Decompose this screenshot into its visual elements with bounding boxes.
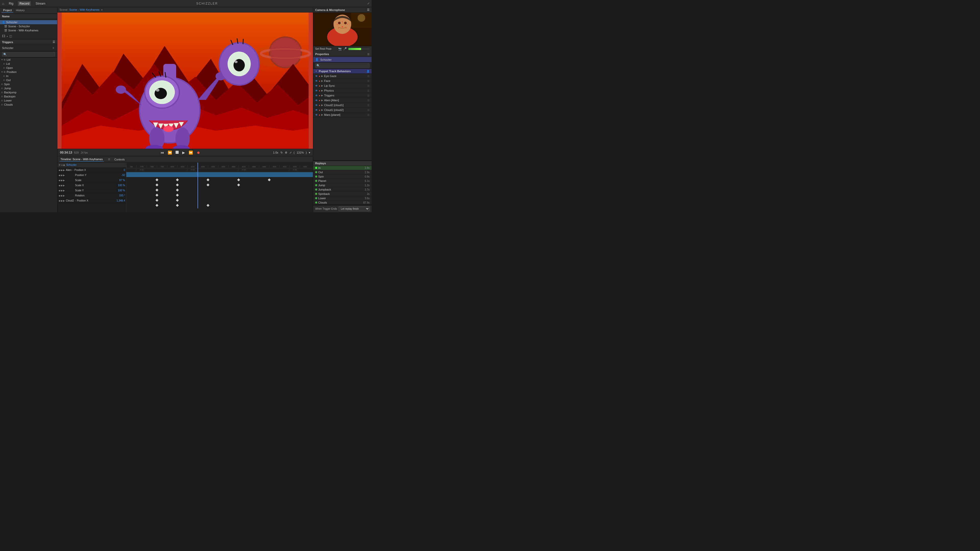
vis-icon-6[interactable]: ◀ xyxy=(59,194,60,197)
rec-icon-face[interactable]: ● xyxy=(319,79,320,83)
keyframe[interactable] xyxy=(176,204,179,206)
zoom-chevron-icon[interactable]: ▾ xyxy=(309,151,310,154)
play-loop-button[interactable]: ⏩ xyxy=(188,150,194,155)
trigger-search-input[interactable] xyxy=(2,52,55,57)
vis-icon-5[interactable]: ◀ xyxy=(59,189,60,192)
keyframe[interactable] xyxy=(176,194,179,197)
vis-icon-lipsync[interactable]: 👁 xyxy=(315,84,318,87)
nav-record[interactable]: Record xyxy=(18,1,31,6)
tab-controls[interactable]: Controls xyxy=(113,157,126,162)
replay-spinback[interactable]: Spinback 2s xyxy=(313,192,372,196)
behavior-menu-cloud1[interactable]: ☰ xyxy=(367,109,369,111)
scene-menu-icon[interactable]: ≡ xyxy=(101,8,103,11)
camera-menu-icon[interactable]: ☰ xyxy=(367,8,369,11)
vis-icon-2[interactable]: ◀ xyxy=(59,174,60,176)
fwd-icon-5[interactable]: ▶ xyxy=(63,189,65,192)
replay-jump[interactable]: Jump 1.2s xyxy=(313,183,372,187)
rec-icon[interactable]: ● xyxy=(61,164,62,166)
behavior-physics[interactable]: 👁 ● ▶ Physics ☰ xyxy=(313,88,372,93)
scene-name[interactable]: Scene - With Keyframes xyxy=(69,8,100,11)
expand-eyegaze[interactable]: ▶ xyxy=(321,75,323,77)
rec-icon-physics[interactable]: ● xyxy=(319,89,320,92)
trigger-position-group[interactable]: ▼ ⊞ Position xyxy=(0,70,57,74)
layers-icon[interactable]: ◫ xyxy=(9,35,12,38)
replay-clouds[interactable]: Clouds 87.9s xyxy=(313,200,372,205)
key-icon-5[interactable]: ◆ xyxy=(61,189,62,192)
expand-face[interactable]: ▶ xyxy=(321,79,323,82)
tab-history[interactable]: History xyxy=(14,8,26,13)
vis-icon-eyegaze[interactable]: 👁 xyxy=(315,75,318,78)
expand-mars[interactable]: ▶ xyxy=(321,114,323,116)
trigger-lower[interactable]: ⊙ Lower xyxy=(0,98,57,103)
behavior-triggers[interactable]: 👁 ● ▶ Triggers ☰ xyxy=(313,93,372,98)
keyframe[interactable] xyxy=(156,183,158,186)
properties-search-input[interactable] xyxy=(315,63,369,68)
behavior-menu-triggers[interactable]: ☰ xyxy=(367,94,369,97)
vis-icon-alien[interactable]: 👁 xyxy=(315,99,318,102)
triggers-menu-icon[interactable]: ☰ xyxy=(52,40,55,44)
key-icon-7[interactable]: ◆ xyxy=(61,200,62,202)
fwd-icon-7[interactable]: ▶ xyxy=(63,200,65,202)
fwd-icon-6[interactable]: ▶ xyxy=(63,194,65,197)
keyframe[interactable] xyxy=(237,178,240,181)
rec-icon-alien[interactable]: ● xyxy=(319,99,320,102)
vis-icon[interactable]: ◀ xyxy=(59,169,60,171)
square-icon[interactable]: ▪ xyxy=(6,35,8,38)
trigger-ends-select[interactable]: Let replay finish Stop immediately Loop xyxy=(339,206,369,211)
rec-icon-eyegaze[interactable]: ● xyxy=(319,75,320,78)
trigger-in[interactable]: ⊙ In xyxy=(0,74,57,78)
trigger-lid-handle[interactable]: ⊙ Lid xyxy=(0,62,57,66)
playhead[interactable] xyxy=(197,162,198,208)
keyframe[interactable] xyxy=(207,183,209,186)
keyframe[interactable] xyxy=(268,178,270,181)
replay-spin[interactable]: Spin 0.9s xyxy=(313,175,372,179)
behavior-lipsync[interactable]: 👁 ● ▶ Lip Sync ☰ xyxy=(313,83,372,88)
keyframe[interactable] xyxy=(176,199,179,202)
cycle-icon[interactable]: ↻ xyxy=(280,151,283,154)
tab-project[interactable]: Project xyxy=(2,8,13,13)
behavior-menu-lipsync[interactable]: ☰ xyxy=(367,84,369,87)
keyframe[interactable] xyxy=(207,178,209,181)
keyframe[interactable] xyxy=(237,183,240,186)
keyframe[interactable] xyxy=(156,204,158,206)
preview-canvas[interactable] xyxy=(57,13,313,149)
vis-icon-mars[interactable]: 👁 xyxy=(315,114,318,116)
stop-button[interactable] xyxy=(175,150,180,155)
fwd-icon-4[interactable]: ▶ xyxy=(63,184,65,187)
behavior-menu-cloud2[interactable]: ☰ xyxy=(367,104,369,106)
behavior-menu-face[interactable]: ☰ xyxy=(367,79,369,83)
vis-icon-face[interactable]: 👁 xyxy=(315,79,318,83)
expand-alien[interactable]: ▶ xyxy=(321,99,323,102)
trigger-backjump[interactable]: ⊙ Backjump xyxy=(0,90,57,94)
tab-timeline[interactable]: Timeline: Scene - With Keyframes xyxy=(59,157,104,162)
puppet-selector[interactable]: 👤 Schizzler xyxy=(313,57,372,62)
window-icon[interactable]: ⤢ xyxy=(367,2,369,5)
vis-icon-cloud1[interactable]: 👁 xyxy=(315,109,318,111)
timeline-settings-icon[interactable]: ☰ xyxy=(108,158,110,161)
expand-cloud1[interactable]: ▶ xyxy=(321,109,323,111)
rec-icon-cloud2[interactable]: ● xyxy=(319,104,320,106)
behavior-eye-gaze[interactable]: 👁 ● ▶ Eye Gaze ☰ xyxy=(313,74,372,79)
trigger-clouds[interactable]: ⊙ Clouds xyxy=(0,103,57,106)
trigger-spin[interactable]: ⊙ Spin xyxy=(0,82,57,86)
keyframe[interactable] xyxy=(156,189,158,191)
timeline-group-schizzler[interactable]: 👁 ● ◉ Schizzler xyxy=(57,162,126,168)
vis-icon-4[interactable]: ◀ xyxy=(59,184,60,187)
key-icon-3[interactable]: ◆ xyxy=(61,179,62,182)
tree-item-scene-schizzler[interactable]: 🎬 Scene - Schizzler xyxy=(0,24,57,28)
replay-jumpback[interactable]: Jumpback 3.7s xyxy=(313,187,372,192)
rec-icon-triggers[interactable]: ● xyxy=(319,94,320,97)
rec-icon-cloud1[interactable]: ● xyxy=(319,109,320,111)
expand-icon[interactable]: ⤢ xyxy=(290,151,292,154)
eye-icon[interactable]: 👁 xyxy=(59,164,61,166)
replay-out[interactable]: Out 2.9s xyxy=(313,170,372,175)
properties-menu-icon[interactable]: ☰ xyxy=(367,53,369,56)
behavior-alien[interactable]: 👁 ● ▶ Alien [Alien] ☰ xyxy=(313,98,372,103)
tree-item-schizzler[interactable]: 👤 Schizzler xyxy=(0,20,57,24)
expand-physics[interactable]: ▶ xyxy=(321,89,323,92)
settings-icon[interactable]: ⚙ xyxy=(285,151,287,154)
behavior-mars[interactable]: 👁 ● ▶ Mars [planet] ☰ xyxy=(313,113,372,118)
vis-icon-physics[interactable]: 👁 xyxy=(315,89,318,92)
vis-icon-3[interactable]: ◀ xyxy=(59,179,60,182)
replay-in[interactable]: In 2.8s xyxy=(313,166,372,170)
